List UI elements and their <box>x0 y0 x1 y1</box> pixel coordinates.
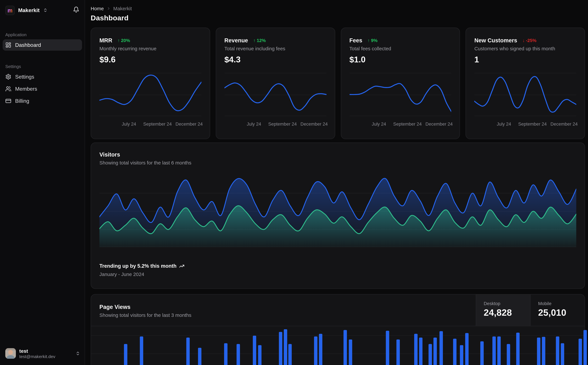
fees-sparkline-chart <box>349 71 451 118</box>
x-axis-labels: July 24 September 24 December 24 <box>99 121 201 126</box>
bar <box>319 334 322 365</box>
stat-card-revenue: Revenue ↑12% Total revenue including fee… <box>216 28 335 139</box>
tab-mobile[interactable]: Mobile 25,010 <box>530 295 585 326</box>
arrow-up-icon: ↑ <box>367 38 370 42</box>
bar <box>579 339 582 365</box>
stat-value: $1.0 <box>349 55 451 64</box>
tab-mobile-value: 25,010 <box>538 307 585 318</box>
arrow-up-icon: ↑ <box>118 38 120 42</box>
avatar <box>5 348 16 359</box>
main-content: Home Makerkit Dashboard MRR ↑20% Monthly… <box>85 0 588 365</box>
sidebar-item-billing[interactable]: Billing <box>3 95 82 107</box>
tab-desktop-value: 24,828 <box>484 307 530 318</box>
page-title: Dashboard <box>91 14 585 22</box>
x-axis-labels: July 24 September 24 December 24 <box>349 121 451 126</box>
bar <box>386 331 389 365</box>
bar <box>460 345 463 365</box>
tab-desktop[interactable]: Desktop 24,828 <box>476 295 530 326</box>
bar <box>186 337 190 365</box>
sidebar-item-settings[interactable]: Settings <box>3 71 82 83</box>
bar <box>236 344 240 365</box>
bar <box>429 344 432 365</box>
bar <box>419 337 422 365</box>
stat-delta-value: -25% <box>526 38 536 43</box>
bar <box>288 344 292 365</box>
stat-title: Revenue <box>224 37 248 43</box>
user-email: test@makerkit.dev <box>19 354 72 359</box>
stat-delta-badge: ↑9% <box>367 38 377 43</box>
stat-value: 1 <box>474 55 576 64</box>
user-menu[interactable]: test test@makerkit.dev <box>0 342 85 365</box>
new-customers-sparkline-chart <box>474 71 576 118</box>
page-views-bar-chart <box>99 326 576 365</box>
bar <box>284 329 287 365</box>
stat-delta-value: 9% <box>371 38 378 43</box>
logo-letter: m <box>7 7 12 13</box>
app-window: m Makerkit Application Dashboard Sett <box>0 0 588 365</box>
visitors-title: Visitors <box>99 151 576 158</box>
workspace-selector[interactable]: m Makerkit <box>5 6 72 15</box>
mrr-sparkline-chart <box>99 71 201 118</box>
bar <box>349 339 352 365</box>
bar <box>279 332 282 365</box>
sidebar-section-settings: Settings <box>0 64 85 69</box>
chevrons-up-down-icon <box>76 351 80 356</box>
bar <box>556 336 559 365</box>
bar <box>439 331 443 365</box>
sidebar-item-dashboard[interactable]: Dashboard <box>3 39 82 51</box>
stat-title: New Customers <box>474 37 517 43</box>
credit-card-icon <box>5 98 11 104</box>
layout-dashboard-icon <box>5 42 11 48</box>
users-icon <box>5 86 11 92</box>
gridline <box>91 335 585 336</box>
tab-mobile-label: Mobile <box>538 301 585 306</box>
sidebar-item-label: Billing <box>15 98 29 104</box>
visitors-trend-text: Trending up by 5.2% this month <box>99 263 176 269</box>
stat-delta-badge: ↑20% <box>118 38 130 43</box>
stat-title: MRR <box>99 37 112 43</box>
trending-up-icon <box>179 263 184 268</box>
stat-delta-badge: ↑12% <box>253 38 266 43</box>
sidebar-item-members[interactable]: Members <box>3 83 82 95</box>
visitors-card: Visitors Showing total visitors for the … <box>91 142 585 289</box>
page-views-subtitle: Showing total visitors for the last 3 mo… <box>99 312 467 318</box>
stat-delta-badge: ↓-25% <box>523 38 537 43</box>
chevron-right-icon <box>106 7 111 11</box>
sidebar-item-label: Dashboard <box>15 42 41 48</box>
sidebar-section-application: Application <box>0 32 85 37</box>
bar <box>516 333 520 365</box>
breadcrumb-home-link[interactable]: Home <box>91 6 104 11</box>
stat-value: $9.6 <box>99 55 201 64</box>
bar <box>492 336 496 365</box>
page-views-title: Page Views <box>99 304 467 310</box>
bell-icon <box>73 7 79 13</box>
stat-cards-row: MRR ↑20% Monthly recurring revenue $9.6 … <box>91 28 585 139</box>
stat-subtitle: Total fees collected <box>349 46 451 51</box>
breadcrumb-makerkit-link[interactable]: Makerkit <box>113 6 132 11</box>
stat-value: $4.3 <box>224 55 326 64</box>
visitors-area-chart <box>99 175 576 247</box>
bar <box>314 336 318 365</box>
visitors-date-range: January - June 2024 <box>99 271 576 277</box>
stat-card-new-customers: New Customers ↓-25% Customers who signed… <box>466 28 585 139</box>
bar <box>344 330 347 365</box>
gear-icon <box>5 74 11 80</box>
gridline <box>91 353 585 354</box>
bar <box>453 339 457 365</box>
sidebar-item-label: Members <box>15 86 37 92</box>
makerkit-logo: m <box>5 6 15 15</box>
breadcrumb: Home Makerkit <box>91 6 585 11</box>
notifications-bell-button[interactable] <box>72 6 80 15</box>
stat-subtitle: Total revenue including fees <box>224 46 326 51</box>
bar <box>537 337 540 365</box>
page-views-card: Page Views Showing total visitors for th… <box>91 294 585 365</box>
bar <box>434 337 437 365</box>
stat-title: Fees <box>349 37 362 43</box>
arrow-down-icon: ↓ <box>523 38 525 42</box>
bar <box>542 337 545 365</box>
bar <box>561 343 564 365</box>
user-name: test <box>19 348 72 354</box>
tab-desktop-label: Desktop <box>484 301 530 306</box>
stat-delta-value: 12% <box>257 38 266 43</box>
sidebar-item-label: Settings <box>15 74 34 80</box>
